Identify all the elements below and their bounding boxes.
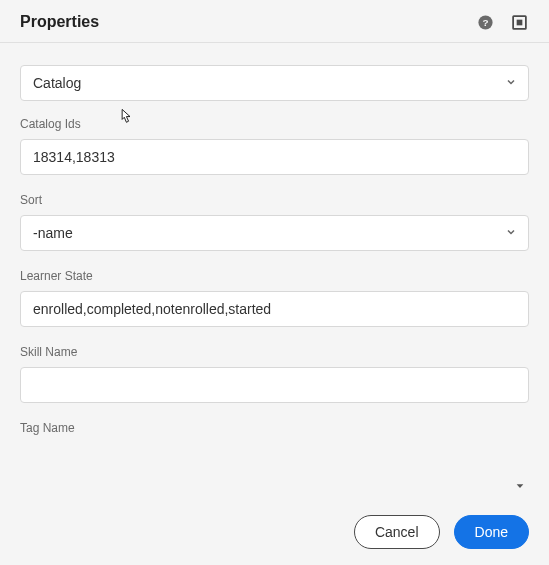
svg-rect-3 (516, 19, 522, 25)
catalog-ids-label: Catalog Ids (20, 117, 529, 131)
learner-state-group: Learner State (20, 269, 529, 327)
tag-name-group: Tag Name (20, 421, 529, 435)
skill-name-input[interactable] (20, 367, 529, 403)
form-scroll-area[interactable]: Catalog Catalog Ids Sort -name (0, 43, 549, 501)
source-select[interactable]: Catalog (20, 65, 529, 101)
panel-header: Properties ? (0, 0, 549, 43)
sort-select[interactable]: -name (20, 215, 529, 251)
done-button[interactable]: Done (454, 515, 529, 549)
properties-panel: Properties ? Catalog (0, 0, 549, 565)
skill-name-label: Skill Name (20, 345, 529, 359)
panel-footer: Cancel Done (0, 501, 549, 565)
tag-name-label: Tag Name (20, 421, 529, 435)
catalog-ids-group: Catalog Ids (20, 117, 529, 175)
skill-name-group: Skill Name (20, 345, 529, 403)
cancel-button[interactable]: Cancel (354, 515, 440, 549)
svg-text:?: ? (482, 17, 488, 28)
learner-state-input[interactable] (20, 291, 529, 327)
fullscreen-icon[interactable] (509, 12, 529, 32)
panel-title: Properties (20, 13, 99, 31)
catalog-ids-input[interactable] (20, 139, 529, 175)
header-actions: ? (475, 12, 529, 32)
sort-label: Sort (20, 193, 529, 207)
learner-state-label: Learner State (20, 269, 529, 283)
help-icon[interactable]: ? (475, 12, 495, 32)
source-select-group: Catalog (20, 65, 529, 101)
sort-group: Sort -name (20, 193, 529, 251)
